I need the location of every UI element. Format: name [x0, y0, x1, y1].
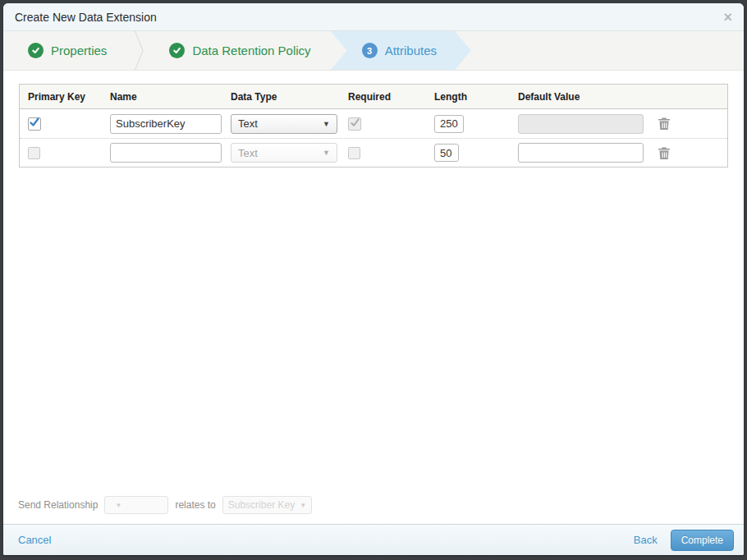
step-properties-label: Properties [51, 44, 107, 57]
name-cell [102, 143, 222, 163]
chevron-down-icon: ▼ [323, 149, 330, 157]
data-type-selected-value: Text [238, 117, 258, 130]
attribute-row-1: Text ▼ [20, 109, 727, 138]
subscriber-key-value: Subscriber Key [228, 499, 295, 511]
step-attributes[interactable]: 3 Attributes [331, 31, 471, 70]
col-header-name: Name [102, 91, 222, 103]
col-header-primary-key: Primary Key [20, 91, 102, 103]
required-cell [340, 147, 426, 159]
name-input[interactable] [110, 114, 222, 134]
attributes-table: Primary Key Name Data Type Required Leng… [19, 84, 728, 168]
back-link[interactable]: Back [634, 534, 658, 546]
col-header-data-type: Data Type [222, 91, 340, 103]
step-properties[interactable]: Properties [3, 31, 126, 70]
default-value-cell [510, 143, 646, 163]
table-header-row: Primary Key Name Data Type Required Leng… [20, 85, 727, 109]
default-value-input-disabled [518, 114, 644, 134]
name-cell [102, 114, 222, 134]
col-header-default-value: Default Value [510, 91, 646, 103]
data-type-cell: Text ▼ [222, 143, 340, 163]
data-type-selected-value: Text [238, 147, 258, 159]
wizard-steps: Properties Data Retention Policy 3 Attri… [3, 31, 744, 71]
data-type-cell: Text ▼ [222, 114, 340, 134]
primary-key-checkbox-checked[interactable] [28, 117, 41, 131]
check-circle-icon [169, 43, 185, 58]
subscriber-key-select-disabled: Subscriber Key ▼ [222, 496, 312, 514]
check-circle-icon [28, 43, 44, 58]
close-icon[interactable]: × [723, 10, 732, 25]
create-data-extension-dialog: Create New Data Extension × Properties D… [3, 3, 744, 555]
send-relationship-field-select-disabled: ▼ [104, 496, 168, 514]
dialog-title: Create New Data Extension [15, 11, 157, 24]
cancel-link[interactable]: Cancel [18, 534, 51, 546]
default-value-cell [510, 114, 646, 134]
chevron-down-icon: ▼ [115, 502, 121, 509]
actions-cell [646, 117, 727, 131]
attribute-row-2: Text ▼ [20, 138, 727, 167]
length-cell [426, 144, 510, 162]
chevron-down-icon: ▼ [300, 502, 306, 509]
primary-key-cell [20, 117, 102, 131]
required-checkbox-disabled-checked [348, 117, 361, 131]
dialog-content: Primary Key Name Data Type Required Leng… [3, 71, 744, 524]
dialog-titlebar: Create New Data Extension × [3, 3, 744, 31]
trash-icon[interactable] [658, 146, 671, 160]
step-separator-chevron [126, 31, 144, 70]
length-input[interactable] [434, 144, 459, 162]
relates-to-label: relates to [175, 499, 215, 511]
complete-button[interactable]: Complete [671, 530, 734, 551]
col-header-length: Length [426, 91, 510, 103]
length-cell [426, 115, 510, 133]
step-data-retention-policy[interactable]: Data Retention Policy [144, 31, 330, 70]
send-relationship-label: Send Relationship [18, 499, 98, 511]
required-cell [340, 117, 426, 131]
name-input[interactable] [110, 143, 222, 163]
step-number-badge: 3 [362, 43, 378, 58]
step-attributes-label: Attributes [385, 44, 437, 57]
data-type-select-disabled: Text ▼ [231, 143, 337, 163]
step-data-retention-policy-label: Data Retention Policy [192, 44, 310, 57]
primary-key-cell [20, 147, 102, 159]
data-type-select[interactable]: Text ▼ [231, 114, 337, 134]
primary-key-checkbox-unchecked[interactable] [28, 147, 40, 159]
col-header-required: Required [340, 91, 426, 103]
required-checkbox-unchecked[interactable] [348, 147, 360, 159]
length-input[interactable] [434, 115, 464, 133]
trash-icon[interactable] [658, 117, 671, 131]
chevron-down-icon: ▼ [323, 120, 330, 128]
dialog-footer: Cancel Back Complete [3, 524, 744, 555]
send-relationship-row: Send Relationship ▼ relates to Subscribe… [18, 496, 312, 514]
footer-right-actions: Back Complete [634, 530, 734, 551]
default-value-input[interactable] [518, 143, 644, 163]
actions-cell [646, 146, 727, 160]
